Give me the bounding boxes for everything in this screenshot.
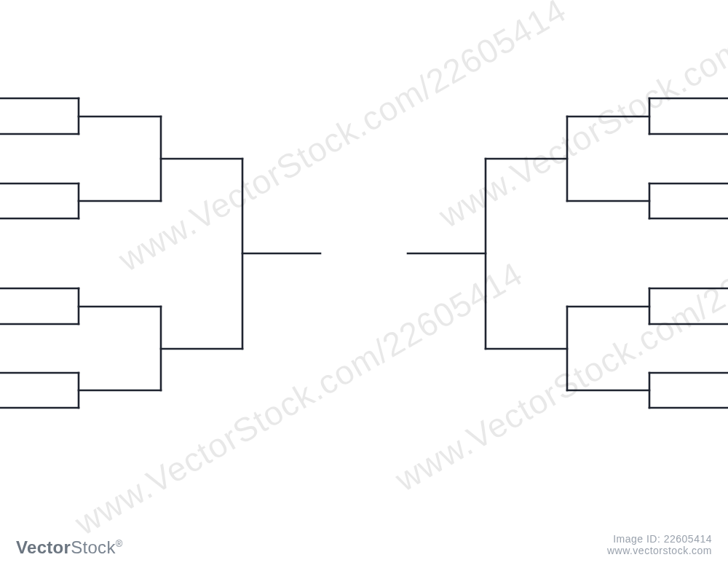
site-url: www.vectorstock.com [607, 545, 712, 556]
image-id-label: Image ID: 22605414 www.vectorstock.com [607, 533, 712, 556]
brand-bold: Vector [16, 537, 71, 557]
tournament-bracket [0, 0, 728, 568]
brand-light: Stock [71, 537, 116, 557]
registered-mark: ® [116, 538, 123, 549]
brand-logo: VectorStock® [16, 537, 123, 558]
image-id: Image ID: 22605414 [607, 533, 712, 545]
